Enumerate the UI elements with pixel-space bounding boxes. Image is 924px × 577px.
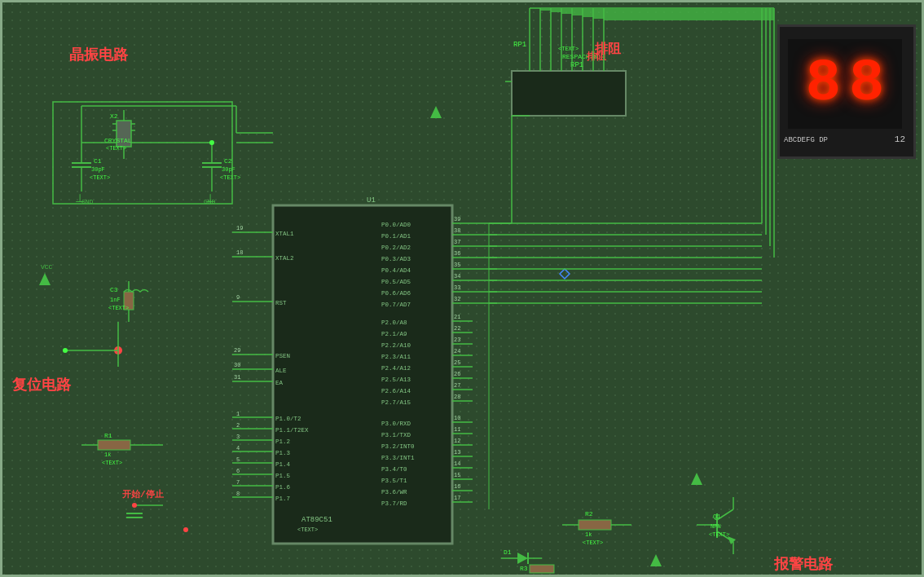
rp1-label: RP1	[513, 41, 526, 49]
seg-screen: 8 8	[788, 39, 902, 129]
reset-circuit-label: 复位电路	[12, 375, 71, 394]
seg-digit-left: 8	[806, 51, 841, 117]
seg-number: 12	[895, 134, 905, 144]
crystal-circuit-label: 晶振电路	[69, 45, 128, 64]
seg-digit-right: 8	[849, 51, 884, 117]
seven-segment-display: 8 8 ABCDEFG DP 12	[777, 24, 916, 159]
drain-resistor-label: 排阻	[595, 41, 621, 58]
alarm-circuit-label: 报警电路	[774, 554, 833, 574]
seg-pin-labels: ABCDEFG DP	[784, 136, 828, 144]
